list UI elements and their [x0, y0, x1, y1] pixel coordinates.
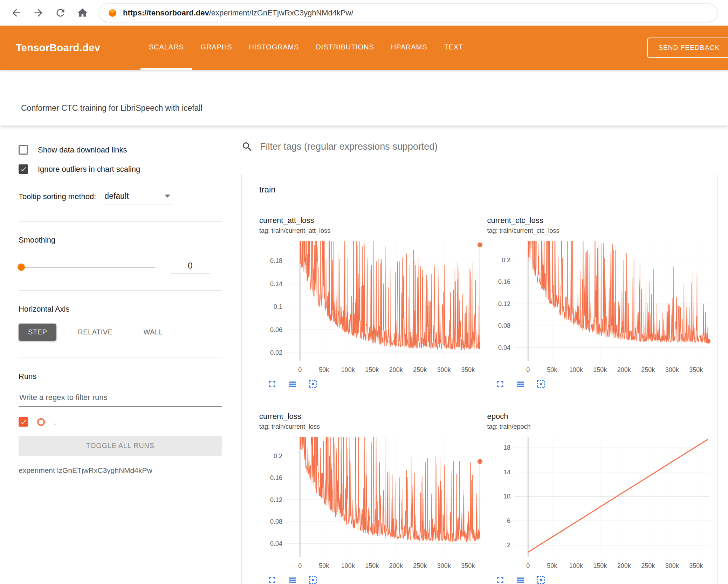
view-lines-icon[interactable] [515, 575, 526, 584]
fullscreen-icon[interactable] [267, 379, 277, 389]
runs-regex-input[interactable] [19, 391, 222, 407]
train-group-header[interactable]: train [242, 174, 717, 203]
tab-distributions[interactable]: DISTRIBUTIONS [308, 26, 383, 70]
reload-icon[interactable] [55, 7, 66, 19]
chart-plot[interactable]: 0.020.060.10.140.18050k100k150k200k250k3… [259, 238, 483, 378]
view-lines-icon[interactable] [515, 379, 526, 389]
runs-label: Runs [19, 372, 222, 381]
chart-title: current_ctc_loss [487, 216, 715, 225]
svg-text:300k: 300k [665, 562, 679, 569]
fit-domain-icon[interactable] [308, 379, 318, 389]
chart-toolbar [487, 379, 715, 389]
fit-domain-icon[interactable] [536, 379, 546, 389]
svg-text:100k: 100k [341, 562, 355, 569]
run-color-swatch [37, 418, 45, 426]
svg-text:200k: 200k [617, 562, 631, 569]
svg-text:200k: 200k [389, 366, 403, 373]
svg-text:0.02: 0.02 [270, 349, 282, 356]
svg-text:18: 18 [503, 444, 510, 451]
svg-text:0.12: 0.12 [498, 300, 510, 307]
app-logo: TensorBoard.dev [16, 42, 100, 54]
fullscreen-icon[interactable] [495, 575, 506, 584]
toggle-all-runs-button[interactable]: TOGGLE ALL RUNS [19, 436, 222, 456]
svg-text:2: 2 [507, 542, 510, 549]
tab-graphs[interactable]: GRAPHS [192, 26, 241, 70]
checkbox-checked-icon[interactable] [19, 164, 28, 174]
run-row[interactable]: . [19, 417, 222, 427]
svg-text:0.16: 0.16 [270, 474, 282, 481]
chart-toolbar [487, 575, 715, 584]
ignore-outliers-checkbox[interactable]: Ignore outliers in chart scaling [19, 164, 222, 174]
axis-relative-button[interactable]: RELATIVE [68, 324, 122, 341]
chart-current-att-loss: current_att_loss tag: train/current_att_… [259, 216, 487, 389]
fit-domain-icon[interactable] [308, 575, 318, 584]
tab-text[interactable]: TEXT [435, 26, 472, 70]
forward-icon[interactable] [33, 7, 44, 19]
svg-text:0.16: 0.16 [498, 278, 510, 285]
svg-text:0.2: 0.2 [501, 257, 510, 264]
url-path: /experiment/lzGnETjwRxC3yghNMd4kPw/ [209, 8, 353, 17]
svg-text:100k: 100k [341, 366, 355, 373]
svg-text:350k: 350k [689, 366, 703, 373]
check-icon [20, 165, 27, 173]
svg-text:150k: 150k [593, 366, 607, 373]
svg-text:0: 0 [298, 562, 302, 569]
svg-text:0.14: 0.14 [270, 280, 282, 287]
chart-toolbar [259, 379, 487, 389]
chart-tag: tag: train/current_ctc_loss [487, 227, 715, 235]
tooltip-sort-value: default [104, 191, 129, 201]
fullscreen-icon[interactable] [267, 575, 277, 584]
horizontal-axis-buttons: STEP RELATIVE WALL [19, 324, 222, 341]
run-checkbox[interactable] [19, 417, 28, 427]
smoothing-value[interactable]: 0 [171, 261, 210, 273]
tab-histograms[interactable]: HISTOGRAMS [240, 26, 307, 70]
svg-text:150k: 150k [593, 562, 607, 569]
svg-text:50k: 50k [319, 366, 329, 373]
home-icon[interactable] [77, 7, 88, 19]
svg-text:10: 10 [503, 493, 510, 500]
chart-plot[interactable]: 26101418050k100k150k200k250k300k350k [487, 434, 712, 574]
axis-wall-button[interactable]: WALL [134, 324, 172, 341]
svg-text:0: 0 [526, 562, 530, 569]
svg-text:250k: 250k [641, 366, 655, 373]
axis-step-button[interactable]: STEP [19, 324, 56, 341]
show-download-links-checkbox[interactable]: Show data download links [19, 145, 222, 155]
checkbox-unchecked-icon[interactable] [19, 145, 28, 155]
filter-tags-input[interactable] [260, 141, 717, 152]
back-icon[interactable] [11, 7, 22, 19]
app-header: TensorBoard.dev SCALARS GRAPHS HISTOGRAM… [0, 26, 728, 70]
svg-text:350k: 350k [689, 562, 703, 569]
fullscreen-icon[interactable] [495, 379, 506, 389]
view-lines-icon[interactable] [287, 379, 298, 389]
view-lines-icon[interactable] [287, 575, 298, 584]
chart-current-ctc-loss: current_ctc_loss tag: train/current_ctc_… [487, 216, 715, 389]
check-icon [20, 418, 27, 426]
fit-domain-icon[interactable] [536, 575, 546, 584]
chart-plot[interactable]: 0.040.080.120.160.2050k100k150k200k250k3… [487, 238, 712, 378]
chart-title: current_loss [259, 412, 487, 421]
svg-text:14: 14 [503, 469, 510, 476]
ignore-outliers-label: Ignore outliers in chart scaling [38, 165, 140, 174]
svg-text:6: 6 [507, 517, 510, 524]
divider [19, 221, 222, 222]
svg-text:300k: 300k [665, 366, 679, 373]
svg-text:100k: 100k [569, 562, 583, 569]
svg-text:150k: 150k [365, 366, 379, 373]
experiment-title: Conformer CTC training for LibriSpeech w… [0, 70, 728, 125]
svg-text:350k: 350k [461, 366, 475, 373]
tooltip-sort-select[interactable]: default [104, 191, 173, 204]
tab-scalars[interactable]: SCALARS [140, 26, 192, 70]
chart-plot[interactable]: 0.040.080.120.160.2050k100k150k200k250k3… [259, 434, 483, 574]
slider-knob[interactable] [18, 264, 25, 271]
url-scheme: https:// [123, 8, 149, 17]
svg-text:250k: 250k [413, 562, 427, 569]
tab-hparams[interactable]: HPARAMS [383, 26, 436, 70]
smoothing-slider[interactable] [19, 267, 155, 268]
svg-text:200k: 200k [617, 366, 631, 373]
address-bar[interactable]: https://tensorboard.dev/experiment/lzGnE… [99, 4, 717, 22]
content: Show data download links Ignore outliers… [0, 125, 728, 584]
url-domain: tensorboard.dev [149, 8, 209, 17]
send-feedback-button[interactable]: SEND FEEDBACK [647, 38, 728, 58]
svg-text:350k: 350k [461, 562, 475, 569]
svg-text:0.18: 0.18 [270, 257, 282, 264]
